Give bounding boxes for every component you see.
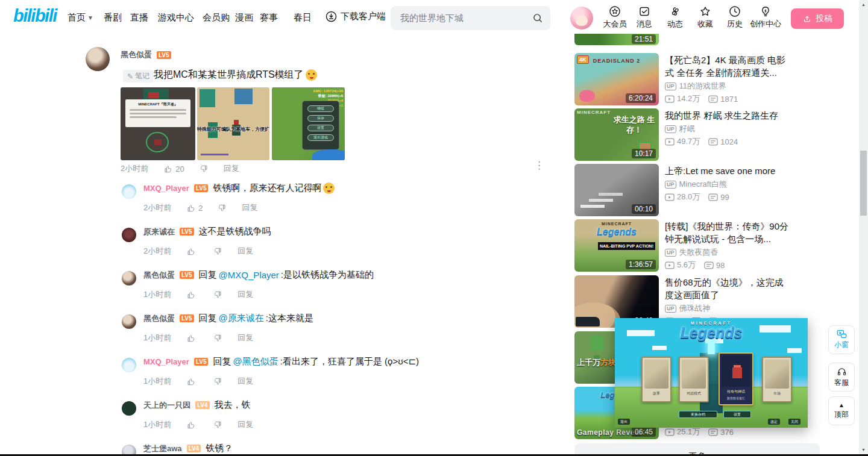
mention-link[interactable]: @黑色似蛋 [233,356,278,367]
scroll-up-arrow[interactable]: ▲ [859,2,868,7]
comment-image-3[interactable]: EMC: 135734(+36 铁锭: 32865(+6 29302(+4 11… [272,87,345,160]
download-icon [326,11,337,22]
comment-username[interactable]: 黑色似蛋 [121,49,152,60]
video-title[interactable]: 【死亡岛2】4K 最高画质 电影式 全任务 全剧情流程通关... [665,54,790,79]
play-count-icon [665,95,675,103]
nav-bangumi[interactable]: 番剧 [104,12,122,23]
search-icon[interactable] [532,13,543,23]
reply-avatar[interactable] [122,184,136,199]
reply-avatar[interactable] [122,271,136,286]
scrollbar-thumb[interactable] [860,151,867,216]
danmaku-count-icon [708,428,718,436]
comment-image-2[interactable]: 特殊能力可编队为基地车，方便扩张 [197,87,269,160]
reply-button[interactable]: 回复 [242,202,257,213]
reply-username[interactable]: MXQ_Player [143,357,189,366]
mini-window-button[interactable]: 小窗 [828,325,855,354]
menu-card: 对战模式 [679,357,709,402]
upload-button[interactable]: 投稿 [791,8,844,29]
video-duration: 21:51 [632,34,656,44]
video-thumb[interactable]: 00:10 [574,164,659,216]
nav-live[interactable]: 直播 [130,12,148,23]
like-button[interactable] [186,420,198,429]
dislike-button[interactable] [213,290,222,299]
reply-button[interactable]: 回复 [237,246,253,257]
nav-favorites[interactable]: 收藏 [690,5,721,30]
video-uploader[interactable]: UPMinecraft白熊 [665,179,790,190]
video-stats: 25.1万 376 [665,426,790,437]
mini-player[interactable]: MINECRAFT Legends 故事 对战模式 传奇与神话 新冒险等着它 市… [615,318,808,428]
comment-avatar[interactable] [86,47,110,71]
video-duration: 00:10 [632,204,656,214]
dislike-button[interactable] [213,420,222,429]
video-thumb[interactable]: MINECRAFT 求生之路 生存！ 10:17 [574,108,659,161]
note-tag[interactable]: ✎ 笔记 [123,70,154,83]
reply-button[interactable]: 回复 [224,163,239,174]
search-input[interactable] [400,13,532,23]
reply-avatar[interactable] [122,228,136,242]
search-box[interactable] [391,6,550,30]
reply-username[interactable]: 原来诚在 [143,226,175,237]
reply-username[interactable]: 芝士堡awa [143,443,182,454]
comment-image-1[interactable]: MINECRAFT『毁灭者』 [121,87,195,160]
mention-link[interactable]: @MXQ_Player [219,270,279,280]
nav-creator-center[interactable]: 创作中心 [746,5,785,30]
reply-button[interactable]: 回复 [237,333,253,343]
reply-item: 原来诚在 LV5 这不是铁锈战争吗 2小时前 回复 [0,226,555,269]
nav-home[interactable]: 首页▼ [68,12,93,23]
video-title[interactable]: 上帝:Let me save one more [665,164,790,177]
back-to-top-button[interactable]: ▲ 顶部 [828,396,855,425]
video-thumb[interactable]: 21:51 [574,34,659,45]
dislike-button[interactable] [218,204,227,213]
video-title[interactable]: 售价68元的《边境》，这完成度这画面值了 [665,276,790,301]
nav-esports[interactable]: 赛事 [260,12,278,23]
reply-avatar[interactable] [122,314,136,329]
nav-dynamic[interactable]: 动态 [659,5,691,30]
video-uploader[interactable]: UP籽岷 [665,123,790,134]
like-button[interactable] [186,247,198,256]
reply-avatar[interactable] [122,401,136,416]
reply-username[interactable]: MXQ_Player [143,184,189,193]
reply-avatar[interactable] [122,358,136,372]
video-thumb[interactable]: MINECRAFT Legends NAIL-BITING PVP ACTION… [574,219,659,272]
dislike-button[interactable] [213,334,222,343]
mention-link[interactable]: @原来诚在 [219,313,264,324]
customer-service-button[interactable]: 客服 [828,363,855,392]
nav-messages[interactable]: 消息 [629,5,660,30]
video-card: 4K DEADISLAND 2 6:20:24 【死亡岛2】4K 最高画质 电影… [574,53,791,105]
dislike-button[interactable] [213,377,222,386]
page-scrollbar[interactable]: ▲ ▼ [859,0,868,456]
bilibili-logo[interactable]: bilibili [13,6,57,26]
reply-button[interactable]: 回复 [237,289,253,300]
nav-manga[interactable]: 漫画 [235,12,253,23]
user-avatar[interactable] [570,7,593,30]
video-title[interactable]: 我的世界 籽岷 求生之路生存 [665,109,790,122]
video-uploader[interactable]: UP佛珠战神 [665,303,790,314]
like-button[interactable]: 2 [186,204,203,213]
scroll-down-arrow[interactable]: ▼ [859,448,868,452]
like-button[interactable]: 20 [163,164,184,173]
dislike-button[interactable] [213,247,222,256]
like-button[interactable] [186,290,198,299]
nav-game-center[interactable]: 游戏中心 [158,12,194,23]
video-uploader[interactable]: UP11的游戏世界 [665,81,790,92]
image-caption: MINECRAFT『毁灭者』 [127,102,189,107]
reply-username[interactable]: 黑色似蛋 [143,313,175,324]
like-button[interactable] [186,377,198,386]
reply-time: 2小时前 [143,202,171,213]
video-title[interactable]: [转载]《我的世界：传奇》90分钟无解说试玩 - 包含一场... [665,220,790,245]
nav-vip-shop[interactable]: 会员购 [203,12,230,23]
like-button[interactable] [186,334,198,343]
nav-spring[interactable]: 春日 [294,12,312,23]
video-thumb[interactable]: 4K DEADISLAND 2 6:20:24 [574,53,659,105]
reply-username[interactable]: 天上的一只因 [143,400,190,411]
more-options-icon[interactable]: ⋮ [534,159,544,172]
nav-vip[interactable]: 大会员 [599,5,631,30]
reply-meta: 2小时前 回复 [143,246,253,257]
dislike-button[interactable] [200,164,209,173]
download-client-link[interactable]: 下载客户端 [326,11,386,22]
video-uploader[interactable]: UP失散夜茴香 [665,247,790,258]
reply-button[interactable]: 回复 [237,376,253,387]
play-count-icon [665,138,675,146]
reply-button[interactable]: 回复 [237,419,253,430]
reply-username[interactable]: 黑色似蛋 [143,270,175,281]
